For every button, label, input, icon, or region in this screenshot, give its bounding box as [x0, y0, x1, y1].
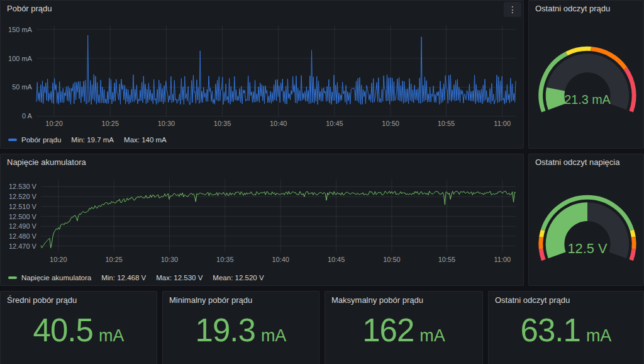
y-axis-tick-label: 12.470 V — [9, 242, 37, 250]
series-line — [36, 35, 516, 105]
panel-title-current-gauge[interactable]: Ostatni odczyt prądu — [535, 4, 610, 13]
x-axis-tick-label: 10:55 — [438, 120, 455, 127]
y-axis-tick-label: 12.510 V — [9, 203, 37, 210]
legend-item-current: Pobór prądu — [8, 136, 61, 144]
x-axis-tick-label: 10:45 — [328, 256, 345, 263]
x-axis-tick-label: 10:55 — [438, 256, 455, 263]
x-axis-tick-label: 10:40 — [270, 120, 287, 127]
gauge-threshold-segment — [541, 249, 543, 260]
y-axis-tick-label: 50 mA — [12, 84, 32, 91]
gauge-threshold-segment — [541, 237, 541, 249]
x-axis-tick-label: 10:25 — [105, 256, 122, 263]
stat-panel-max-current: Maksymalny pobór prądu 162 mA — [325, 291, 483, 364]
y-axis-tick-label: 0 A — [22, 112, 33, 120]
y-axis-tick-label: 12.480 V — [9, 232, 37, 240]
stat-title[interactable]: Ostatni odczyt prądu — [495, 295, 570, 305]
y-axis-tick-label: 12.520 V — [9, 193, 37, 200]
dashboard: Pobór prądu ⋮ 10:2010:2510:3010:3510:401… — [0, 0, 644, 364]
current-gauge: 21.3 mA — [529, 1, 643, 148]
legend-mean-value: Mean: 12.520 V — [213, 274, 264, 282]
x-axis-tick-label: 10:20 — [50, 256, 67, 263]
panel-current-gauge: Ostatni odczyt prądu 21.3 mA — [528, 0, 644, 149]
stat-number: 162 — [362, 310, 414, 351]
y-axis-tick-label: 12.530 V — [9, 183, 37, 191]
x-axis-tick-label: 10:30 — [158, 120, 175, 127]
stat-value: 162 mA — [325, 310, 482, 351]
legend-item-voltage: Napięcie akumulatora — [8, 274, 91, 282]
stat-title[interactable]: Maksymalny pobór prądu — [331, 295, 423, 305]
x-axis-tick-label: 11:00 — [494, 256, 511, 263]
series-line — [41, 191, 516, 248]
voltage-gauge: 12.5 V — [529, 154, 643, 285]
y-axis-tick-label: 150 mA — [8, 26, 33, 33]
gauge-value: 12.5 V — [568, 241, 608, 256]
y-axis-tick-label: 12.500 V — [9, 213, 37, 220]
gauge-threshold-segment — [567, 48, 591, 54]
stat-unit: mA — [99, 326, 125, 346]
voltage-chart-legend: Napięcie akumulatora Min: 12.468 V Max: … — [8, 274, 264, 282]
legend-series-marker — [8, 139, 17, 141]
x-axis-tick-label: 10:40 — [272, 256, 289, 263]
gauge-threshold-segment — [541, 230, 543, 237]
legend-series-marker — [8, 276, 17, 279]
panel-title-voltage-chart[interactable]: Napięcie akumulatora — [7, 157, 86, 167]
voltage-chart-plot[interactable]: 10:2010:2510:3010:3510:4010:4510:5010:55… — [1, 154, 523, 285]
stat-number: 63.1 — [521, 310, 580, 351]
gauge-value: 21.3 mA — [564, 93, 611, 106]
panel-current-chart: Pobór prądu ⋮ 10:2010:2510:3010:3510:401… — [0, 0, 524, 149]
stat-panel-min-current: Minimalny pobór prądu 19.3 mA — [162, 291, 319, 364]
stat-unit: mA — [586, 326, 612, 346]
legend-max-value: Max: 12.530 V — [156, 274, 203, 282]
x-axis-tick-label: 10:50 — [382, 120, 399, 127]
legend-series-label[interactable]: Pobór prądu — [21, 136, 61, 144]
panel-title-voltage-gauge[interactable]: Ostatni odczyt napięcia — [535, 157, 619, 167]
legend-min-value: Min: 12.468 V — [101, 274, 146, 282]
y-axis-tick-label: 12.490 V — [9, 222, 37, 230]
stat-title[interactable]: Minimalny pobór prądu — [169, 295, 252, 305]
legend-series-label[interactable]: Napięcie akumulatora — [21, 274, 91, 282]
x-axis-tick-label: 10:45 — [326, 120, 343, 127]
x-axis-tick-label: 10:20 — [45, 120, 62, 127]
current-chart-legend: Pobór prądu Min: 19.7 mA Max: 140 mA — [8, 136, 167, 144]
gauge-threshold-segment — [631, 249, 634, 260]
stat-panel-avg-current: Średni pobór prądu 40.5 mA — [0, 291, 157, 364]
gauge-threshold-segment — [632, 230, 634, 237]
stat-number: 19.3 — [196, 310, 255, 351]
current-chart-plot[interactable]: 10:2010:2510:3010:3510:4010:4510:5010:55… — [1, 1, 523, 148]
y-axis-tick-label: 100 mA — [8, 55, 33, 62]
x-axis-tick-label: 10:25 — [102, 120, 119, 127]
gauge-arc-fill — [555, 89, 557, 107]
x-axis-tick-label: 10:30 — [161, 256, 178, 263]
x-axis-tick-label: 10:35 — [216, 256, 233, 263]
x-axis-tick-label: 10:50 — [383, 256, 400, 263]
panel-title-current-chart[interactable]: Pobór prądu — [7, 4, 52, 13]
stat-value: 40.5 mA — [1, 310, 157, 351]
stat-value: 63.1 mA — [489, 310, 643, 351]
legend-min-value: Min: 19.7 mA — [71, 136, 114, 144]
stat-panel-last-current: Ostatni odczyt prądu 63.1 mA — [488, 291, 644, 364]
gauge-threshold-segment — [633, 237, 634, 249]
stat-unit: mA — [419, 326, 445, 346]
stat-value: 19.3 mA — [163, 310, 319, 351]
panel-voltage-chart: Napięcie akumulatora 10:2010:2510:3010:3… — [0, 154, 524, 286]
stat-number: 40.5 — [33, 310, 93, 351]
stat-title[interactable]: Średni pobór prądu — [7, 295, 77, 305]
legend-max-value: Max: 140 mA — [124, 136, 167, 144]
panel-menu-icon[interactable]: ⋮ — [504, 2, 521, 17]
stat-unit: mA — [261, 326, 287, 346]
x-axis-tick-label: 10:35 — [214, 120, 231, 127]
panel-voltage-gauge: Ostatni odczyt napięcia 12.5 V — [528, 154, 644, 286]
x-axis-tick-label: 11:00 — [494, 120, 511, 127]
